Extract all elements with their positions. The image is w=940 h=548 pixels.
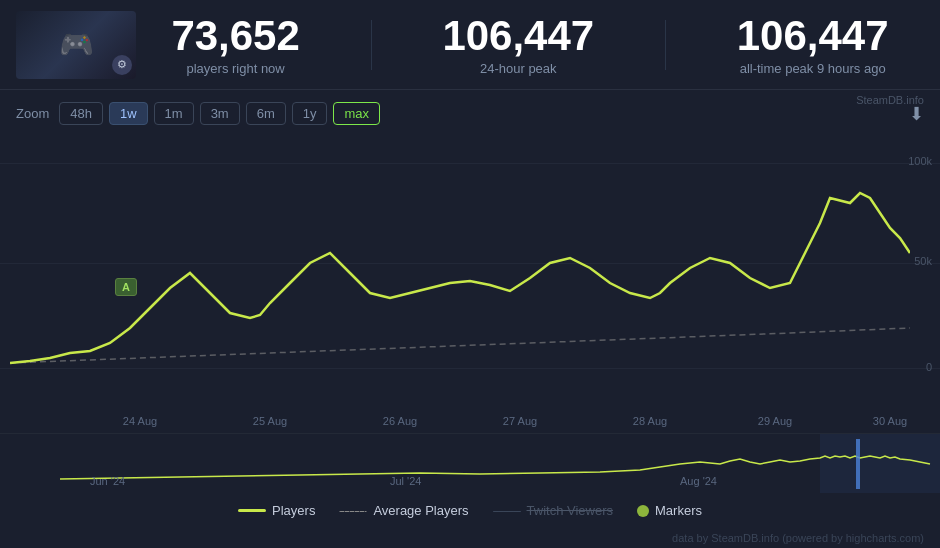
- svg-rect-0: [820, 434, 940, 493]
- x-label-30aug: 30 Aug: [873, 415, 907, 427]
- main-chart: 100k 50k 0 A 24 Aug 25 Aug 26 Aug 27 Aug…: [0, 133, 940, 433]
- mini-chart-svg: [0, 434, 940, 493]
- stat-divider-2: [665, 20, 666, 70]
- legend-players-label: Players: [272, 503, 315, 518]
- legend-twitch: Twitch Viewers: [493, 503, 613, 518]
- legend-avg-label: Average Players: [373, 503, 468, 518]
- legend-avg-line: [339, 511, 367, 512]
- zoom-48h[interactable]: 48h: [59, 102, 103, 125]
- zoom-label: Zoom: [16, 106, 49, 121]
- attribution-text: SteamDB.info: [856, 94, 924, 106]
- game-art-icon: 🎮: [59, 28, 94, 61]
- y-label-50k: 50k: [914, 255, 932, 267]
- y-label-0: 0: [926, 361, 932, 373]
- legend-markers: Markers: [637, 503, 702, 518]
- zoom-bar: Zoom 48h 1w 1m 3m 6m 1y max ⬇: [0, 94, 940, 133]
- game-thumbnail: 🎮 ⚙: [16, 11, 136, 79]
- legend: Players Average Players Twitch Viewers M…: [0, 493, 940, 528]
- mini-chart: Jun '24 Jul '24 Aug '24: [0, 433, 940, 493]
- x-label-29aug: 29 Aug: [758, 415, 792, 427]
- peak-24h-value: 106,447: [442, 13, 594, 59]
- x-label-26aug: 26 Aug: [383, 415, 417, 427]
- legend-twitch-label: Twitch Viewers: [527, 503, 613, 518]
- zoom-max[interactable]: max: [333, 102, 380, 125]
- mini-label-jun: Jun '24: [90, 475, 125, 487]
- current-players-stat: 73,652 players right now: [171, 13, 299, 76]
- players-now-label: players right now: [171, 61, 299, 76]
- all-time-peak-value: 106,447: [737, 13, 889, 59]
- legend-players: Players: [238, 503, 315, 518]
- x-label-25aug: 25 Aug: [253, 415, 287, 427]
- zoom-3m[interactable]: 3m: [200, 102, 240, 125]
- annotation-marker: A: [115, 278, 137, 296]
- zoom-1m[interactable]: 1m: [154, 102, 194, 125]
- peak-24h-stat: 106,447 24-hour peak: [442, 13, 594, 76]
- peak-24h-label: 24-hour peak: [442, 61, 594, 76]
- legend-twitch-line: [493, 511, 521, 512]
- players-now-value: 73,652: [171, 13, 299, 59]
- x-label-28aug: 28 Aug: [633, 415, 667, 427]
- all-time-peak-label: all-time peak 9 hours ago: [737, 61, 889, 76]
- stats-group: 73,652 players right now 106,447 24-hour…: [136, 13, 924, 76]
- stat-divider-1: [371, 20, 372, 70]
- x-label-24aug: 24 Aug: [123, 415, 157, 427]
- legend-players-line: [238, 509, 266, 512]
- gear-icon: ⚙: [112, 55, 132, 75]
- y-label-100k: 100k: [908, 155, 932, 167]
- legend-avg-players: Average Players: [339, 503, 468, 518]
- legend-markers-dot: [637, 505, 649, 517]
- data-credit: data by SteamDB.info (powered by highcha…: [0, 528, 940, 548]
- legend-markers-label: Markers: [655, 503, 702, 518]
- all-time-peak-stat: 106,447 all-time peak 9 hours ago: [737, 13, 889, 76]
- chart-svg: [10, 143, 910, 403]
- zoom-6m[interactable]: 6m: [246, 102, 286, 125]
- zoom-1y[interactable]: 1y: [292, 102, 328, 125]
- x-label-27aug: 27 Aug: [503, 415, 537, 427]
- header: 🎮 ⚙ 73,652 players right now 106,447 24-…: [0, 0, 940, 90]
- svg-rect-1: [856, 439, 860, 489]
- mini-label-jul: Jul '24: [390, 475, 421, 487]
- zoom-1w[interactable]: 1w: [109, 102, 148, 125]
- mini-label-aug: Aug '24: [680, 475, 717, 487]
